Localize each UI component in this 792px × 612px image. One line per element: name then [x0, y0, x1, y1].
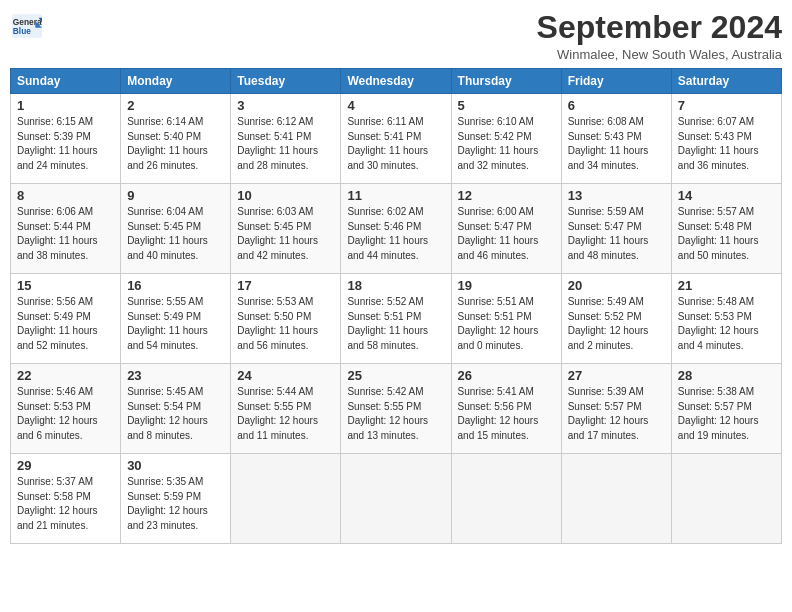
- day-number: 7: [678, 98, 775, 113]
- page-header: General Blue September 2024 Winmalee, Ne…: [10, 10, 782, 62]
- col-header-wednesday: Wednesday: [341, 69, 451, 94]
- calendar-cell: 28Sunrise: 5:38 AM Sunset: 5:57 PM Dayli…: [671, 364, 781, 454]
- day-info: Sunrise: 5:44 AM Sunset: 5:55 PM Dayligh…: [237, 385, 334, 443]
- calendar-cell: 2Sunrise: 6:14 AM Sunset: 5:40 PM Daylig…: [121, 94, 231, 184]
- day-info: Sunrise: 5:46 AM Sunset: 5:53 PM Dayligh…: [17, 385, 114, 443]
- calendar-cell: 24Sunrise: 5:44 AM Sunset: 5:55 PM Dayli…: [231, 364, 341, 454]
- day-info: Sunrise: 6:02 AM Sunset: 5:46 PM Dayligh…: [347, 205, 444, 263]
- calendar-cell: 14Sunrise: 5:57 AM Sunset: 5:48 PM Dayli…: [671, 184, 781, 274]
- day-info: Sunrise: 6:11 AM Sunset: 5:41 PM Dayligh…: [347, 115, 444, 173]
- day-number: 9: [127, 188, 224, 203]
- calendar-cell: 6Sunrise: 6:08 AM Sunset: 5:43 PM Daylig…: [561, 94, 671, 184]
- day-info: Sunrise: 5:52 AM Sunset: 5:51 PM Dayligh…: [347, 295, 444, 353]
- col-header-tuesday: Tuesday: [231, 69, 341, 94]
- day-number: 24: [237, 368, 334, 383]
- calendar-cell: 9Sunrise: 6:04 AM Sunset: 5:45 PM Daylig…: [121, 184, 231, 274]
- col-header-thursday: Thursday: [451, 69, 561, 94]
- calendar-cell: 12Sunrise: 6:00 AM Sunset: 5:47 PM Dayli…: [451, 184, 561, 274]
- day-info: Sunrise: 5:56 AM Sunset: 5:49 PM Dayligh…: [17, 295, 114, 353]
- day-info: Sunrise: 5:48 AM Sunset: 5:53 PM Dayligh…: [678, 295, 775, 353]
- day-info: Sunrise: 5:59 AM Sunset: 5:47 PM Dayligh…: [568, 205, 665, 263]
- day-info: Sunrise: 5:55 AM Sunset: 5:49 PM Dayligh…: [127, 295, 224, 353]
- calendar-cell: [561, 454, 671, 544]
- day-number: 16: [127, 278, 224, 293]
- day-info: Sunrise: 6:06 AM Sunset: 5:44 PM Dayligh…: [17, 205, 114, 263]
- calendar-cell: 4Sunrise: 6:11 AM Sunset: 5:41 PM Daylig…: [341, 94, 451, 184]
- calendar-cell: 29Sunrise: 5:37 AM Sunset: 5:58 PM Dayli…: [11, 454, 121, 544]
- calendar-cell: 7Sunrise: 6:07 AM Sunset: 5:43 PM Daylig…: [671, 94, 781, 184]
- day-info: Sunrise: 5:37 AM Sunset: 5:58 PM Dayligh…: [17, 475, 114, 533]
- day-number: 25: [347, 368, 444, 383]
- col-header-sunday: Sunday: [11, 69, 121, 94]
- calendar-cell: 11Sunrise: 6:02 AM Sunset: 5:46 PM Dayli…: [341, 184, 451, 274]
- calendar-cell: 27Sunrise: 5:39 AM Sunset: 5:57 PM Dayli…: [561, 364, 671, 454]
- day-info: Sunrise: 5:41 AM Sunset: 5:56 PM Dayligh…: [458, 385, 555, 443]
- day-info: Sunrise: 5:39 AM Sunset: 5:57 PM Dayligh…: [568, 385, 665, 443]
- day-info: Sunrise: 5:35 AM Sunset: 5:59 PM Dayligh…: [127, 475, 224, 533]
- calendar-cell: 10Sunrise: 6:03 AM Sunset: 5:45 PM Dayli…: [231, 184, 341, 274]
- calendar-week-row: 8Sunrise: 6:06 AM Sunset: 5:44 PM Daylig…: [11, 184, 782, 274]
- day-info: Sunrise: 6:04 AM Sunset: 5:45 PM Dayligh…: [127, 205, 224, 263]
- day-number: 4: [347, 98, 444, 113]
- logo-icon: General Blue: [12, 14, 42, 38]
- day-number: 23: [127, 368, 224, 383]
- day-number: 28: [678, 368, 775, 383]
- calendar-cell: 18Sunrise: 5:52 AM Sunset: 5:51 PM Dayli…: [341, 274, 451, 364]
- day-number: 1: [17, 98, 114, 113]
- col-header-monday: Monday: [121, 69, 231, 94]
- calendar-cell: 3Sunrise: 6:12 AM Sunset: 5:41 PM Daylig…: [231, 94, 341, 184]
- calendar-cell: 20Sunrise: 5:49 AM Sunset: 5:52 PM Dayli…: [561, 274, 671, 364]
- day-number: 18: [347, 278, 444, 293]
- calendar-cell: [671, 454, 781, 544]
- day-number: 27: [568, 368, 665, 383]
- day-number: 2: [127, 98, 224, 113]
- calendar-cell: [231, 454, 341, 544]
- day-number: 13: [568, 188, 665, 203]
- day-info: Sunrise: 6:03 AM Sunset: 5:45 PM Dayligh…: [237, 205, 334, 263]
- day-number: 21: [678, 278, 775, 293]
- col-header-saturday: Saturday: [671, 69, 781, 94]
- calendar-cell: 22Sunrise: 5:46 AM Sunset: 5:53 PM Dayli…: [11, 364, 121, 454]
- calendar-cell: 1Sunrise: 6:15 AM Sunset: 5:39 PM Daylig…: [11, 94, 121, 184]
- calendar-table: SundayMondayTuesdayWednesdayThursdayFrid…: [10, 68, 782, 544]
- day-info: Sunrise: 5:42 AM Sunset: 5:55 PM Dayligh…: [347, 385, 444, 443]
- day-number: 22: [17, 368, 114, 383]
- calendar-cell: 23Sunrise: 5:45 AM Sunset: 5:54 PM Dayli…: [121, 364, 231, 454]
- day-number: 20: [568, 278, 665, 293]
- calendar-week-row: 29Sunrise: 5:37 AM Sunset: 5:58 PM Dayli…: [11, 454, 782, 544]
- day-number: 30: [127, 458, 224, 473]
- calendar-header-row: SundayMondayTuesdayWednesdayThursdayFrid…: [11, 69, 782, 94]
- calendar-cell: 26Sunrise: 5:41 AM Sunset: 5:56 PM Dayli…: [451, 364, 561, 454]
- day-number: 12: [458, 188, 555, 203]
- day-info: Sunrise: 5:51 AM Sunset: 5:51 PM Dayligh…: [458, 295, 555, 353]
- calendar-cell: 13Sunrise: 5:59 AM Sunset: 5:47 PM Dayli…: [561, 184, 671, 274]
- col-header-friday: Friday: [561, 69, 671, 94]
- location-subtitle: Winmalee, New South Wales, Australia: [537, 47, 782, 62]
- day-number: 8: [17, 188, 114, 203]
- day-info: Sunrise: 5:45 AM Sunset: 5:54 PM Dayligh…: [127, 385, 224, 443]
- calendar-cell: 8Sunrise: 6:06 AM Sunset: 5:44 PM Daylig…: [11, 184, 121, 274]
- title-section: September 2024 Winmalee, New South Wales…: [537, 10, 782, 62]
- day-info: Sunrise: 6:08 AM Sunset: 5:43 PM Dayligh…: [568, 115, 665, 173]
- calendar-week-row: 22Sunrise: 5:46 AM Sunset: 5:53 PM Dayli…: [11, 364, 782, 454]
- day-info: Sunrise: 5:57 AM Sunset: 5:48 PM Dayligh…: [678, 205, 775, 263]
- calendar-cell: 30Sunrise: 5:35 AM Sunset: 5:59 PM Dayli…: [121, 454, 231, 544]
- month-title: September 2024: [537, 10, 782, 45]
- calendar-cell: [451, 454, 561, 544]
- svg-text:Blue: Blue: [13, 26, 31, 36]
- day-number: 14: [678, 188, 775, 203]
- day-number: 19: [458, 278, 555, 293]
- day-info: Sunrise: 6:07 AM Sunset: 5:43 PM Dayligh…: [678, 115, 775, 173]
- day-info: Sunrise: 5:53 AM Sunset: 5:50 PM Dayligh…: [237, 295, 334, 353]
- day-number: 15: [17, 278, 114, 293]
- calendar-cell: 15Sunrise: 5:56 AM Sunset: 5:49 PM Dayli…: [11, 274, 121, 364]
- calendar-cell: 5Sunrise: 6:10 AM Sunset: 5:42 PM Daylig…: [451, 94, 561, 184]
- calendar-cell: 19Sunrise: 5:51 AM Sunset: 5:51 PM Dayli…: [451, 274, 561, 364]
- day-number: 17: [237, 278, 334, 293]
- day-number: 3: [237, 98, 334, 113]
- logo: General Blue: [10, 14, 42, 42]
- day-info: Sunrise: 6:15 AM Sunset: 5:39 PM Dayligh…: [17, 115, 114, 173]
- calendar-cell: 25Sunrise: 5:42 AM Sunset: 5:55 PM Dayli…: [341, 364, 451, 454]
- day-number: 26: [458, 368, 555, 383]
- calendar-cell: 16Sunrise: 5:55 AM Sunset: 5:49 PM Dayli…: [121, 274, 231, 364]
